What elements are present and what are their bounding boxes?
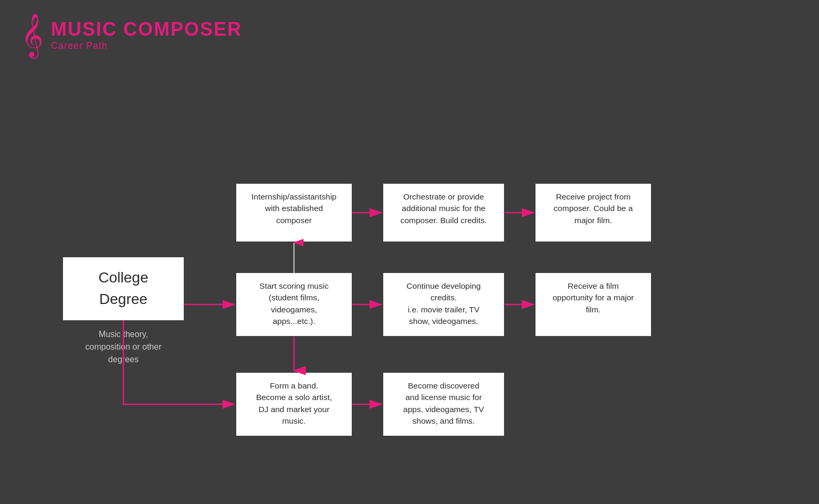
scoring-text: Start scoring music(student films,videog… [259, 281, 329, 326]
film-opp-text: Receive a filmopportunity for a majorfil… [552, 281, 634, 314]
orchestrate-text: Orchestrate or provideadditional music f… [401, 192, 487, 225]
box-film-opp: Receive a filmopportunity for a majorfil… [536, 273, 651, 336]
flowchart: CollegeDegree Music theory, composition … [32, 94, 788, 452]
intern-text: Internship/assistantshipwith established… [251, 192, 337, 225]
box-credits: Continue developingcredits.i.e. movie tr… [383, 273, 504, 336]
box-college: CollegeDegree [63, 257, 184, 320]
title-main: MUSIC COMPOSER [51, 18, 242, 40]
band-text: Form a band.Become a solo artist,DJ and … [256, 381, 332, 425]
box-scoring: Start scoring music(student films,videog… [236, 273, 352, 336]
box-license: Become discoveredand license music forap… [383, 373, 504, 436]
college-subtitle: Music theory, composition or other degre… [63, 328, 184, 366]
title-block: MUSIC COMPOSER Career Path [51, 18, 242, 51]
header: 𝄞 MUSIC COMPOSER Career Path [21, 16, 242, 54]
title-sub: Career Path [51, 40, 242, 51]
treble-clef-icon: 𝄞 [21, 16, 44, 54]
college-subtitle-text: Music theory, composition or other degre… [86, 330, 162, 364]
receive-project-text: Receive project fromcomposer. Could be a… [554, 192, 633, 225]
box-intern: Internship/assistantshipwith established… [236, 184, 352, 242]
credits-text: Continue developingcredits.i.e. movie tr… [406, 281, 480, 326]
box-orchestrate: Orchestrate or provideadditional music f… [383, 184, 504, 242]
college-text: CollegeDegree [99, 267, 149, 310]
box-receive-project: Receive project fromcomposer. Could be a… [536, 184, 651, 242]
license-text: Become discoveredand license music forap… [403, 381, 484, 425]
box-band: Form a band.Become a solo artist,DJ and … [236, 373, 352, 436]
